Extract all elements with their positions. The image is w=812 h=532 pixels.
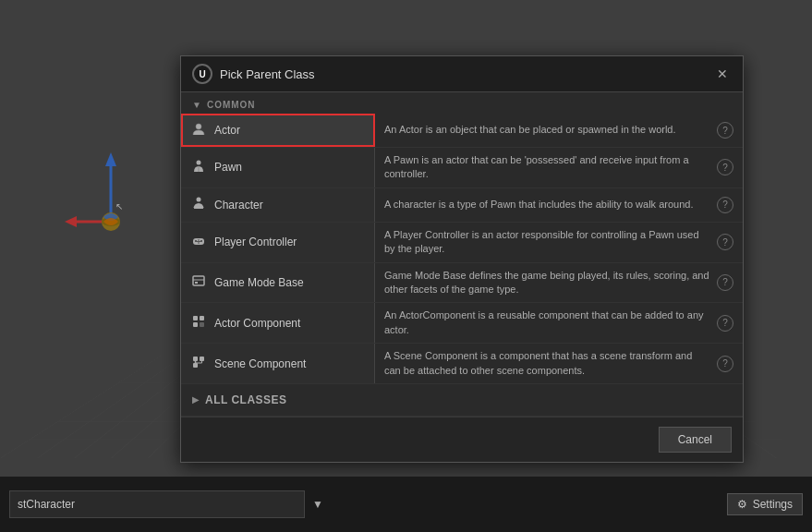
dialog-title: Pick Parent Class <box>220 67 315 81</box>
game-mode-base-icon <box>190 273 207 291</box>
character-description: A character is a type of Pawn that inclu… <box>384 198 709 212</box>
bottom-bar: ▼ ⚙ Settings <box>0 477 812 532</box>
actor-icon <box>190 122 207 139</box>
actor-desc-area: An Actor is an object that can be placed… <box>375 114 743 147</box>
scene-component-help-icon[interactable]: ? <box>717 356 733 372</box>
svg-rect-20 <box>195 282 198 284</box>
svg-point-8 <box>197 160 201 164</box>
section-collapse-arrow[interactable]: ▼ <box>192 100 201 110</box>
scene-component-row: Scene Component A Scene Component is a c… <box>181 344 743 384</box>
actor-button[interactable]: Actor <box>181 114 375 147</box>
svg-rect-24 <box>200 322 204 327</box>
actor-help-icon[interactable]: ? <box>717 122 733 139</box>
pawn-button[interactable]: Pawn <box>181 148 375 187</box>
game-mode-base-label: Game Mode Base <box>214 276 304 289</box>
section-label: COMMON <box>207 100 256 110</box>
scene-component-button[interactable]: Scene Component <box>181 344 375 383</box>
scene-component-label: Scene Component <box>214 357 306 370</box>
all-classes-arrow: ▶ <box>192 394 200 405</box>
actor-component-row: Actor Component An ActorComponent is a r… <box>181 303 743 344</box>
actor-label: Actor <box>214 124 240 137</box>
actor-component-icon <box>190 314 207 332</box>
character-icon <box>190 196 207 213</box>
scene-component-description: A Scene Component is a component that ha… <box>384 349 709 378</box>
pick-parent-class-dialog: U Pick Parent Class ✕ ▼ COMMON <box>180 55 744 463</box>
actor-row: Actor An Actor is an object that can be … <box>181 114 743 148</box>
player-controller-description: A Player Controller is an actor responsi… <box>384 228 709 257</box>
all-classes-section[interactable]: ▶ ALL CLASSES <box>181 384 743 417</box>
svg-rect-18 <box>193 276 204 285</box>
cancel-button[interactable]: Cancel <box>659 427 732 453</box>
game-mode-base-description: Game Mode Base defines the game being pl… <box>384 269 709 297</box>
class-list: Actor An Actor is an object that can be … <box>181 114 743 384</box>
svg-point-7 <box>196 124 201 129</box>
settings-label: Settings <box>753 498 793 511</box>
settings-button[interactable]: ⚙ Settings <box>727 493 803 515</box>
all-classes-label: ALL CLASSES <box>205 393 287 406</box>
scene-component-icon <box>190 355 207 372</box>
game-mode-base-help-icon[interactable]: ? <box>717 274 733 291</box>
scene-component-desc-area: A Scene Component is a component that ha… <box>375 344 743 383</box>
actor-component-help-icon[interactable]: ? <box>717 315 733 332</box>
common-section-header: ▼ COMMON <box>181 92 743 114</box>
svg-point-10 <box>197 198 201 202</box>
character-label: Character <box>214 199 263 212</box>
game-mode-base-desc-area: Game Mode Base defines the game being pl… <box>375 263 743 303</box>
bottom-input[interactable] <box>9 490 305 518</box>
dialog-title-bar: U Pick Parent Class ✕ <box>181 56 743 92</box>
dialog-title-left: U Pick Parent Class <box>192 64 315 84</box>
bottom-dropdown-arrow[interactable]: ▼ <box>312 498 323 511</box>
dialog-close-button[interactable]: ✕ <box>713 65 732 83</box>
svg-rect-23 <box>193 322 198 327</box>
game-mode-base-row: Game Mode Base Game Mode Base defines th… <box>181 263 743 304</box>
actor-component-button[interactable]: Actor Component <box>181 303 375 343</box>
character-desc-area: A character is a type of Pawn that inclu… <box>375 188 743 222</box>
dialog-footer: Cancel <box>181 417 743 462</box>
ue-logo: U <box>192 64 212 84</box>
settings-gear-icon: ⚙ <box>737 498 747 511</box>
player-controller-row: Player Controller A Player Controller is… <box>181 223 743 263</box>
player-controller-icon <box>190 234 207 251</box>
svg-rect-27 <box>193 363 198 368</box>
actor-component-label: Actor Component <box>214 317 300 330</box>
player-controller-label: Player Controller <box>214 236 297 248</box>
svg-rect-21 <box>193 316 198 320</box>
pawn-icon <box>190 159 207 176</box>
pawn-help-icon[interactable]: ? <box>717 159 733 175</box>
dialog-body: ▼ COMMON Actor An Actor is an object t <box>181 92 743 462</box>
character-row: Character A character is a type of Pawn … <box>181 188 743 223</box>
pawn-desc-area: A Pawn is an actor that can be 'possesse… <box>375 148 743 187</box>
player-controller-button[interactable]: Player Controller <box>181 223 375 262</box>
pawn-label: Pawn <box>214 161 242 174</box>
character-help-icon[interactable]: ? <box>717 197 733 213</box>
pawn-row: Pawn A Pawn is an actor that can be 'pos… <box>181 148 743 188</box>
actor-description: An Actor is an object that can be placed… <box>384 123 709 137</box>
player-controller-help-icon[interactable]: ? <box>717 234 733 250</box>
character-button[interactable]: Character <box>181 188 375 222</box>
svg-rect-22 <box>200 316 204 320</box>
svg-rect-25 <box>193 357 198 361</box>
pawn-description: A Pawn is an actor that can be 'possesse… <box>384 153 709 182</box>
actor-component-desc-area: An ActorComponent is a reusable componen… <box>375 303 743 343</box>
player-controller-desc-area: A Player Controller is an actor responsi… <box>375 223 743 262</box>
game-mode-base-button[interactable]: Game Mode Base <box>181 263 375 303</box>
svg-rect-26 <box>200 357 204 361</box>
actor-component-description: An ActorComponent is a reusable componen… <box>384 308 709 337</box>
